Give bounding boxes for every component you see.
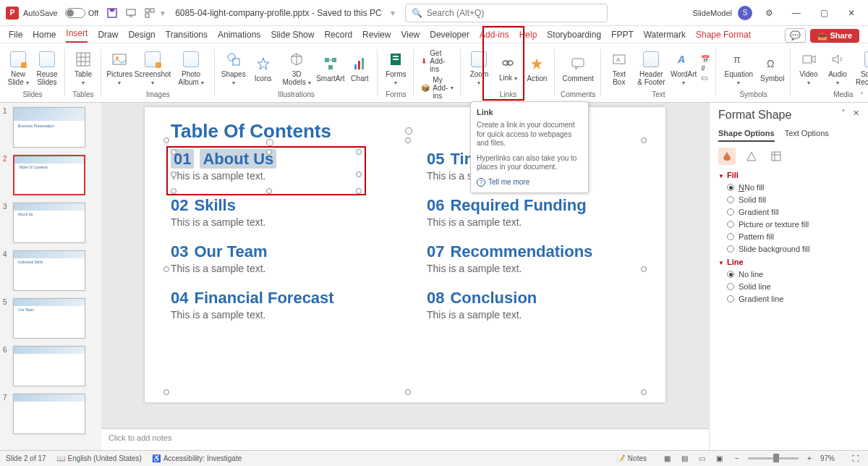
screen-recording-button[interactable]: Screen Recording — [853, 46, 868, 90]
line-section-header[interactable]: Line — [718, 258, 859, 266]
maximize-icon[interactable]: ▢ — [813, 2, 835, 24]
tab-addins[interactable]: Add-ins — [480, 30, 509, 43]
tab-shapeformat[interactable]: Shape Format — [696, 30, 751, 43]
icons-button[interactable]: Icons — [250, 46, 277, 90]
panel-expand-icon[interactable]: ˅ — [841, 109, 846, 122]
textbox-button[interactable]: AText Box — [605, 46, 633, 90]
close-icon[interactable]: ✕ — [841, 2, 862, 24]
tab-storyboarding[interactable]: Storyboarding — [547, 30, 601, 43]
thumbnail-2[interactable]: Table Of Contents — [13, 155, 85, 195]
audio-button[interactable]: Audio ▾ — [824, 46, 851, 90]
thumbnail-5[interactable]: Our Team — [13, 298, 85, 339]
object-icon[interactable]: ▭ — [701, 74, 710, 82]
slide-number-icon[interactable]: # — [701, 64, 710, 72]
ribbon-collapse-icon[interactable]: ˅ — [860, 91, 864, 99]
chart-button[interactable]: Chart — [346, 46, 373, 90]
comment-button[interactable]: Comment — [559, 46, 596, 90]
fill-line-icon[interactable] — [718, 148, 736, 165]
slideshow-view-icon[interactable]: ▣ — [713, 452, 726, 465]
notes-button[interactable]: 📝 Notes — [616, 454, 647, 462]
my-addins-button[interactable]: 📦My Add-ins ▾ — [421, 76, 454, 100]
save-icon[interactable] — [105, 6, 119, 20]
tab-draw[interactable]: Draw — [98, 30, 118, 43]
gradient-line-option[interactable]: Gradient line — [727, 295, 859, 303]
zoom-in-icon[interactable]: + — [803, 452, 816, 465]
tooltip-tell-me-more[interactable]: ?Tell me more — [477, 178, 582, 187]
autosave-toggle[interactable] — [65, 8, 85, 18]
thumbnail-4[interactable]: Individual Skills — [13, 250, 85, 291]
normal-view-icon[interactable]: ▦ — [661, 452, 674, 465]
notes-pane[interactable]: Click to add notes — [101, 428, 709, 450]
equation-button[interactable]: πEquation ▾ — [720, 46, 757, 90]
tab-developer[interactable]: Developer — [430, 30, 469, 43]
tab-transitions[interactable]: Transitions — [166, 30, 208, 43]
fit-to-window-icon[interactable]: ⛶ — [849, 452, 862, 465]
tab-watermark[interactable]: Watermark — [644, 30, 686, 43]
no-fill-option[interactable]: NNo fill — [727, 183, 859, 192]
sorter-view-icon[interactable]: ▤ — [678, 452, 692, 465]
symbol-button[interactable]: ΩSymbol — [758, 46, 786, 90]
reuse-slides-button[interactable]: Reuse Slides — [33, 46, 61, 90]
thumbnail-3[interactable]: About Us — [13, 203, 85, 243]
wordart-button[interactable]: AWordArt ▾ — [670, 46, 697, 90]
reading-view-icon[interactable]: ▭ — [696, 452, 709, 465]
gradient-fill-option[interactable]: Gradient fill — [727, 208, 859, 216]
header-footer-button[interactable]: Header & Footer — [634, 46, 668, 90]
tab-view[interactable]: View — [401, 30, 420, 43]
tab-review[interactable]: Review — [362, 30, 391, 43]
action-button[interactable]: Action — [523, 46, 550, 90]
rotate-handle-outer-icon[interactable] — [405, 127, 412, 135]
text-options-tab[interactable]: Text Options — [785, 129, 829, 142]
shapes-button[interactable]: Shapes ▾ — [219, 46, 248, 90]
video-button[interactable]: Video ▾ — [795, 46, 822, 90]
no-line-option[interactable]: No line — [727, 270, 859, 279]
tab-animations[interactable]: Animations — [218, 30, 260, 43]
thumbnail-1[interactable]: Business Presentation — [13, 107, 85, 148]
tab-help[interactable]: Help — [519, 30, 537, 43]
tab-slideshow[interactable]: Slide Show — [271, 30, 314, 43]
get-addins-button[interactable]: ⬇Get Add-ins — [421, 49, 454, 73]
size-properties-icon[interactable] — [767, 148, 785, 165]
thumbnail-7[interactable] — [13, 394, 85, 434]
comments-icon[interactable]: 💬 — [785, 28, 806, 43]
date-time-icon[interactable]: 📅 — [701, 55, 710, 63]
search-bar[interactable]: 🔍 — [405, 4, 608, 22]
3d-models-button[interactable]: 3D Models ▾ — [278, 46, 315, 90]
present-icon[interactable] — [124, 6, 138, 20]
shape-options-tab[interactable]: Shape Options — [718, 129, 775, 142]
zoom-out-icon[interactable]: − — [731, 452, 744, 465]
share-button[interactable]: 📤 Share — [810, 29, 859, 43]
accessibility-indicator[interactable]: ♿ Accessibility: Investigate — [152, 454, 242, 462]
minimize-icon[interactable]: — — [786, 2, 807, 24]
picture-fill-option[interactable]: Picture or texture fill — [727, 220, 859, 229]
slide-counter[interactable]: Slide 2 of 17 — [6, 454, 46, 462]
fill-section-header[interactable]: Fill — [718, 171, 859, 179]
language-indicator[interactable]: 📖 English (United States) — [56, 454, 142, 462]
thumbnail-6[interactable] — [13, 346, 85, 386]
zoom-button[interactable]: Zoom ▾ — [465, 46, 493, 90]
photo-album-button[interactable]: Photo Album ▾ — [171, 46, 210, 90]
slide-thumbnails-panel[interactable]: 1Business Presentation 2Table Of Content… — [0, 103, 101, 450]
solid-fill-option[interactable]: Solid fill — [727, 195, 859, 204]
search-input[interactable] — [427, 8, 601, 18]
pictures-button[interactable]: Pictures ▾ — [106, 46, 134, 90]
smartart-button[interactable]: SmartArt — [316, 46, 344, 90]
tab-design[interactable]: Design — [128, 30, 155, 43]
zoom-percent[interactable]: 97% — [820, 454, 835, 462]
tab-file[interactable]: File — [9, 30, 22, 43]
panel-close-icon[interactable]: ✕ — [853, 109, 859, 122]
solid-line-option[interactable]: Solid line — [727, 282, 859, 291]
tab-insert[interactable]: Insert — [66, 28, 88, 43]
user-avatar[interactable]: S — [738, 6, 752, 20]
tab-fppt[interactable]: FPPT — [611, 30, 634, 43]
tab-record[interactable]: Record — [324, 30, 352, 43]
account-name[interactable]: SlideModel — [693, 9, 732, 17]
forms-button[interactable]: Forms ▾ — [382, 46, 409, 90]
qat-more-icon[interactable] — [142, 6, 157, 20]
pattern-fill-option[interactable]: Pattern fill — [727, 232, 859, 241]
new-slide-button[interactable]: New Slide ▾ — [4, 46, 32, 90]
slidebg-fill-option[interactable]: Slide background fill — [727, 245, 859, 253]
link-button[interactable]: Link ▾ — [494, 46, 522, 90]
zoom-slider[interactable] — [748, 457, 799, 459]
screenshot-button[interactable]: Screenshot ▾ — [135, 46, 171, 90]
